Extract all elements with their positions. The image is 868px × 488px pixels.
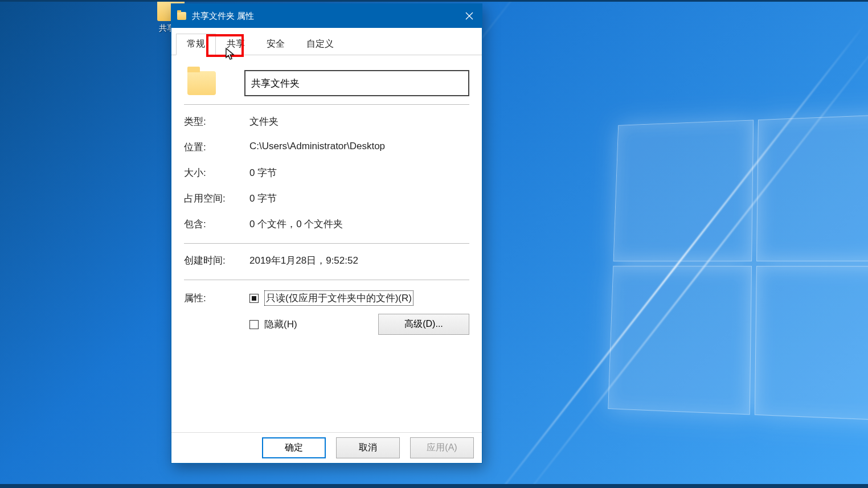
apply-button[interactable]: 应用(A) [410, 437, 474, 458]
size-value: 0 字节 [249, 166, 469, 179]
cancel-button[interactable]: 取消 [336, 437, 400, 458]
disk-size-value: 0 字节 [249, 192, 469, 205]
created-value: 2019年1月28日，9:52:52 [249, 254, 469, 267]
created-label: 创建时间: [184, 254, 249, 267]
hidden-label[interactable]: 隐藏(H) [264, 318, 297, 331]
tab-general[interactable]: 常规 [176, 34, 216, 55]
readonly-label[interactable]: 只读(仅应用于文件夹中的文件)(R) [264, 290, 413, 306]
window-title: 共享文件夹 属性 [192, 11, 457, 22]
advanced-button[interactable]: 高级(D)... [378, 314, 469, 335]
tab-custom[interactable]: 自定义 [296, 34, 345, 55]
divider [184, 243, 469, 244]
tab-share[interactable]: 共享 [216, 34, 256, 55]
readonly-checkbox[interactable] [249, 294, 259, 303]
tabstrip: 常规 共享 安全 自定义 [171, 28, 482, 55]
divider [184, 104, 469, 105]
general-panel: 类型:文件夹 位置:C:\Users\Administrator\Desktop… [171, 55, 482, 432]
tab-security[interactable]: 安全 [256, 34, 296, 55]
properties-dialog: 共享文件夹 属性 常规 共享 安全 自定义 类型:文件夹 位置:C:\Users… [171, 3, 482, 464]
contains-label: 包含: [184, 218, 249, 231]
location-label: 位置: [184, 141, 249, 154]
hidden-checkbox[interactable] [249, 320, 259, 329]
location-value: C:\Users\Administrator\Desktop [249, 141, 469, 154]
folder-name-input[interactable] [244, 70, 469, 96]
size-label: 大小: [184, 166, 249, 179]
close-button[interactable] [457, 4, 482, 28]
titlebar[interactable]: 共享文件夹 属性 [171, 4, 482, 28]
type-label: 类型: [184, 115, 249, 128]
attributes-label: 属性: [184, 290, 249, 343]
folder-icon [177, 12, 186, 20]
wallpaper-windows-logo [608, 114, 868, 421]
type-value: 文件夹 [249, 115, 469, 128]
folder-icon [187, 71, 216, 95]
ok-button[interactable]: 确定 [262, 437, 326, 458]
close-icon [465, 12, 473, 20]
disk-size-label: 占用空间: [184, 192, 249, 205]
dialog-footer: 确定 取消 应用(A) [171, 432, 482, 463]
divider [184, 280, 469, 280]
contains-value: 0 个文件，0 个文件夹 [249, 218, 469, 231]
